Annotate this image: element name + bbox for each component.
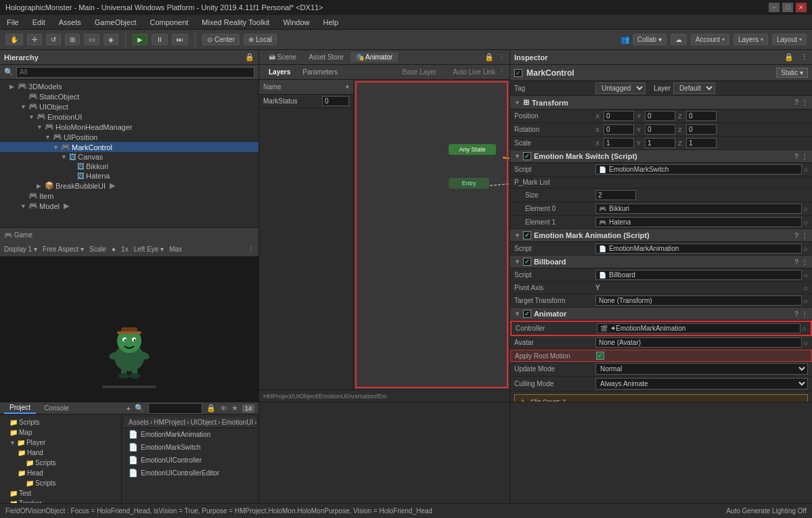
animator-menu-icon[interactable]: ⋮ (498, 68, 505, 76)
game-tab[interactable]: 🎮 Game (4, 231, 32, 239)
tree-item-emotionui[interactable]: ▼ 🎮 EmotionUI (0, 112, 258, 122)
tab-scene[interactable]: 🏔 Scene (263, 52, 302, 62)
tree-item-3dmodels[interactable]: ▶ 🎮 3DModels (0, 81, 258, 91)
animator-section-header[interactable]: ▼ ✓ Animator ? ⋮ (510, 308, 812, 321)
scale-tool-btn[interactable]: ⊞ (65, 34, 80, 45)
path-uiobject[interactable]: UIObject (190, 419, 217, 426)
minimize-btn[interactable]: − (769, 3, 780, 12)
file-emotion-ui-controller[interactable]: 📄 EmotionUIController (125, 454, 256, 467)
transform-section-header[interactable]: ▼ ⊞ Transform ? ⋮ (510, 96, 812, 110)
proj-tree-test[interactable]: 📁 Test (0, 488, 121, 498)
close-btn[interactable]: ✕ (796, 3, 807, 12)
layers-btn[interactable]: Layers ▾ (734, 34, 768, 45)
tree-item-hatena[interactable]: ▶ 🖼 Hatena (0, 171, 258, 181)
tree-item-canvas[interactable]: ▼ 🖼 Canvas (0, 152, 258, 162)
ems-menu-icon[interactable]: ⋮ (801, 153, 808, 160)
object-enabled-checkbox[interactable]: ✓ (514, 69, 522, 77)
step-btn[interactable]: ⏭ (172, 34, 188, 45)
tab-animator[interactable]: 🎭 Animator (351, 52, 398, 62)
project-eye-icon[interactable]: 👁 (220, 404, 227, 413)
local-btn[interactable]: ⊕ Local (244, 34, 277, 45)
static-btn[interactable]: Static ▾ (776, 68, 808, 78)
pos-x-input[interactable] (604, 111, 634, 121)
hierarchy-lock-icon[interactable]: 🔒 (245, 53, 254, 62)
project-lock-icon[interactable]: 🔒 (206, 404, 216, 413)
menu-component[interactable]: Component (147, 17, 191, 28)
animator-graph[interactable]: ShowState Any State NewAnimationState En… (354, 80, 510, 390)
game-menu-icon[interactable]: ⋮ (248, 245, 254, 253)
path-hmproject[interactable]: HMProject (154, 419, 185, 426)
animator-menu-icon-insp[interactable]: ⋮ (801, 310, 808, 318)
menu-edit[interactable]: Edit (30, 17, 48, 28)
lock-icon-scene[interactable]: 🔒 (484, 53, 494, 62)
add-project-btn[interactable]: + (127, 404, 131, 413)
play-btn[interactable]: ▶ (133, 34, 148, 45)
rot-x-input[interactable] (604, 124, 634, 135)
tree-item-staticobject[interactable]: ▶ 🎮 StaticObject (0, 91, 258, 101)
proj-tree-scripts[interactable]: 📁 Scripts (0, 417, 121, 427)
ems-section-header[interactable]: ▼ ✓ Emotion Mark Switch (Script) ? ⋮ (510, 150, 812, 163)
apply-root-motion-checkbox[interactable]: ✓ (596, 352, 604, 360)
cloud-btn[interactable]: ☁ (671, 34, 687, 45)
ema-enabled-checkbox[interactable]: ✓ (523, 231, 531, 239)
inspector-menu-icon[interactable]: ⋮ (800, 53, 808, 62)
anim-tab-layers[interactable]: Layers (263, 67, 296, 77)
path-emotionui[interactable]: EmotionUI (222, 419, 254, 426)
pause-btn[interactable]: ⏸ (152, 34, 168, 45)
ems-el0-ref-btn[interactable]: ○ (803, 205, 808, 213)
animator-enabled-checkbox[interactable]: ✓ (523, 310, 531, 318)
proj-tree-player[interactable]: ▼ 📁 Player (0, 438, 121, 448)
billboard-target-ref-btn[interactable]: ○ (803, 297, 808, 305)
scale-z-input[interactable] (686, 138, 717, 148)
tab-project[interactable]: Project (4, 402, 36, 414)
proj-tree-hand-scripts[interactable]: 📁 Scripts (0, 458, 121, 468)
project-star-icon[interactable]: ★ (231, 404, 238, 413)
menu-window[interactable]: Window (280, 17, 312, 28)
display-dropdown[interactable]: Display 1 ▾ (4, 245, 37, 253)
transform-info-icon[interactable]: ? (794, 99, 798, 106)
animator-culling-dropdown[interactable]: Always Animate (595, 378, 808, 390)
file-emotion-ui-controller-editor[interactable]: 📄 EmotionUIControllerEditor (125, 467, 256, 479)
node-anystate[interactable]: Any State (449, 144, 496, 155)
layout-btn[interactable]: Layout ▾ (772, 34, 807, 45)
layer-dropdown[interactable]: Default (673, 83, 715, 94)
pos-z-input[interactable] (686, 111, 717, 121)
rotate-tool-btn[interactable]: ↺ (46, 34, 61, 45)
menu-gameobject[interactable]: GameObject (92, 17, 139, 28)
tree-item-breakbubble[interactable]: ▶ 📦 BreakBubbleUI ▶ (0, 181, 258, 191)
proj-tree-hand[interactable]: 📁 Hand (0, 448, 121, 458)
collab-btn[interactable]: Collab ▾ (633, 34, 667, 45)
tree-item-bikkuri[interactable]: ▶ 🖼 Bikkuri (0, 162, 258, 171)
rot-y-input[interactable] (645, 124, 675, 135)
project-search-input[interactable] (148, 403, 202, 414)
animator-controller-ref-btn[interactable]: ○ (802, 325, 807, 333)
menu-file[interactable]: File (4, 17, 22, 28)
rot-z-input[interactable] (686, 124, 717, 135)
param-markstatus[interactable]: MarkStatus (259, 95, 353, 108)
rect-tool-btn[interactable]: ▭ (84, 34, 99, 45)
ema-section-header[interactable]: ▼ ✓ Emotion Mark Animation (Script) ? ⋮ (510, 229, 812, 242)
animator-update-dropdown[interactable]: Normal (595, 363, 808, 375)
tree-item-uiposition[interactable]: ▼ 🎮 UIPosition (0, 132, 258, 142)
eye-dropdown[interactable]: Left Eye ▾ (134, 245, 164, 253)
pos-y-input[interactable] (645, 111, 675, 121)
tree-item-item[interactable]: ▶ 🎮 Item (0, 191, 258, 201)
tab-asset-store[interactable]: Asset Store (303, 52, 349, 62)
tree-item-uiobject[interactable]: ▼ 🎮 UIObject (0, 101, 258, 112)
menu-mrt[interactable]: Mixed Reality Toolkit (199, 17, 272, 28)
file-emotion-mark-animation[interactable]: 📄 EmotionMarkAnimation (125, 428, 256, 441)
menu-icon-scene[interactable]: ⋮ (498, 53, 505, 62)
proj-tree-head[interactable]: 📁 Head (0, 468, 121, 478)
proj-tree-map[interactable]: 📁 Map (0, 427, 121, 438)
account-btn[interactable]: Account ▾ (691, 34, 729, 45)
animator-avatar-ref-btn[interactable]: ○ (803, 339, 808, 347)
tab-console[interactable]: Console (39, 403, 74, 413)
ems-enabled-checkbox[interactable]: ✓ (523, 152, 531, 160)
ema-ref-btn[interactable]: ○ (803, 245, 808, 253)
ems-ref-btn[interactable]: ○ (803, 166, 808, 174)
billboard-menu-icon[interactable]: ⋮ (801, 258, 808, 266)
billboard-info-icon[interactable]: ? (794, 258, 798, 266)
billboard-pivot-ref-btn[interactable]: ○ (803, 284, 808, 292)
anim-tab-parameters[interactable]: Parameters (297, 67, 343, 77)
menu-assets[interactable]: Assets (56, 17, 84, 28)
